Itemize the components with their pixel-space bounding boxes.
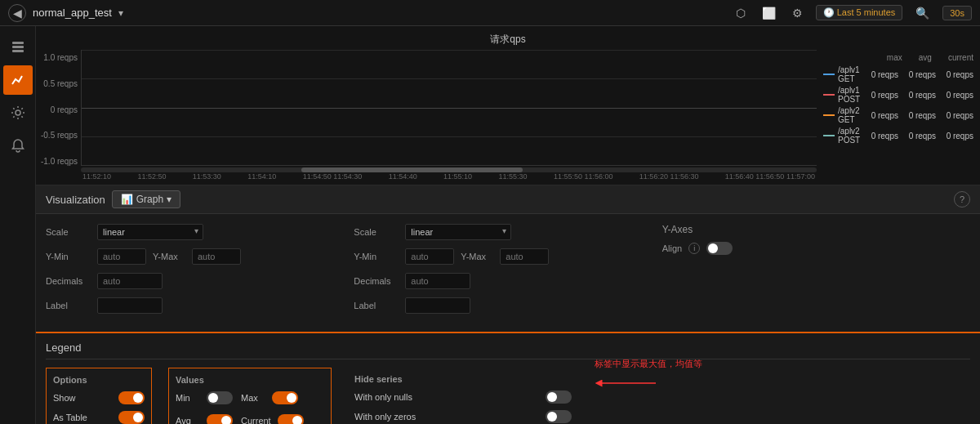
max-toggle[interactable] <box>272 391 298 404</box>
current-row: Current <box>241 414 298 424</box>
legend-row-0: /aplv1 GET 0 reqps 0 reqps 0 reqps <box>823 65 973 83</box>
left-label-label: Label <box>46 301 91 310</box>
legend-name-2: /aplv2 GET <box>838 106 866 124</box>
hide-series-col: Hide series With only nulls With only ze… <box>348 368 578 424</box>
x-label-27: 11:55:30 <box>498 172 527 181</box>
top-bar: ◀ normal_app_test ▾ ⬡ ⬜ ⚙ 🕐 Last 5 minut… <box>0 0 980 26</box>
legend-section-title: Legend <box>46 341 970 359</box>
left-ymin-label: Y-Min <box>46 252 91 261</box>
legend-header-max: max <box>887 53 902 62</box>
back-button[interactable]: ◀ <box>8 4 26 22</box>
legend-options-title: Options <box>53 375 145 385</box>
right-label-label: Label <box>354 301 399 310</box>
right-label-row: Label <box>354 297 645 314</box>
svg-rect-1 <box>12 46 24 48</box>
legend-current-0: 0 reqps <box>944 70 973 79</box>
align-info-icon[interactable]: i <box>688 243 700 254</box>
left-sidebar <box>0 26 36 424</box>
left-ymax-input[interactable] <box>192 248 241 265</box>
legend-max-2: 0 reqps <box>869 111 898 120</box>
share-icon[interactable]: ⬡ <box>733 5 749 21</box>
y-label-4: -1.0 reqps <box>41 157 78 166</box>
legend-color-2 <box>823 114 835 116</box>
viz-header: Visualization 📊 Graph ▾ ? <box>36 185 980 214</box>
legend-avg-1: 0 reqps <box>906 91 936 100</box>
app-title: normal_app_test <box>33 7 112 19</box>
help-button[interactable]: ? <box>954 191 970 208</box>
legend-vals-2: 0 reqps 0 reqps 0 reqps <box>869 111 973 120</box>
align-row: Align i <box>662 242 954 255</box>
only-nulls-toggle[interactable] <box>546 391 572 404</box>
search-icon[interactable]: 🔍 <box>912 5 933 21</box>
right-scale-row: Scale linear <box>354 224 645 240</box>
legend-annotation-wrapper: 标签中显示最大值，均值等 <box>595 368 660 424</box>
chart-title: 请求qps <box>36 33 980 47</box>
y-label-2: 0 reqps <box>51 105 78 114</box>
avg-row: Avg <box>176 414 233 424</box>
settings-icon[interactable]: ⚙ <box>789 5 806 21</box>
min-label: Min <box>176 393 200 403</box>
right-decimals-input[interactable] <box>405 273 470 289</box>
legend-current-1: 0 reqps <box>944 91 973 100</box>
x-label-29: 11:56:20 11:56:30 <box>639 172 699 181</box>
sidebar-icon-bell[interactable] <box>3 131 33 160</box>
viz-type-dropdown-arrow: ▾ <box>167 194 172 205</box>
sidebar-icon-layers[interactable] <box>3 33 33 62</box>
current-toggle[interactable] <box>278 414 304 424</box>
only-zeros-toggle[interactable] <box>546 410 572 423</box>
legend-vals-0: 0 reqps 0 reqps 0 reqps <box>869 70 973 79</box>
legend-inner: Options Show As Table To the right <box>46 368 970 424</box>
left-decimals-row: Decimals <box>46 273 337 289</box>
y-label-3: -0.5 reqps <box>41 131 78 140</box>
sidebar-icon-settings[interactable] <box>3 98 33 127</box>
legend-annotation-text: 标签中显示最大值，均值等 <box>595 358 702 370</box>
hide-series-title: Hide series <box>354 374 572 384</box>
time-range-button[interactable]: 🕐 Last 5 minutes <box>816 5 903 20</box>
values-grid: Min Max Avg <box>176 391 324 424</box>
top-bar-right: ⬡ ⬜ ⚙ 🕐 Last 5 minutes 🔍 30s <box>733 5 972 21</box>
left-ymin-input[interactable] <box>97 248 146 265</box>
legend-avg-2: 0 reqps <box>906 111 936 120</box>
sidebar-icon-chart[interactable] <box>3 65 33 95</box>
align-label: Align <box>662 243 682 253</box>
left-scale-select[interactable]: linear <box>97 224 203 240</box>
legend-max-1: 0 reqps <box>869 91 898 100</box>
panel-controls: Visualization 📊 Graph ▾ ? Scale lin <box>36 185 980 424</box>
right-scale-select[interactable]: linear <box>405 224 511 240</box>
right-ymax-input[interactable] <box>500 248 549 265</box>
current-label: Current <box>241 416 271 424</box>
chart-legend-panel: max avg current /aplv1 GET 0 reqps 0 req… <box>817 50 980 181</box>
left-label-input[interactable] <box>97 297 163 314</box>
min-toggle[interactable] <box>207 391 233 404</box>
refresh-button[interactable]: 30s <box>942 6 972 20</box>
legend-header: max avg current <box>823 53 973 62</box>
controls-grid: Scale linear Y-Min Y-Max <box>36 214 980 332</box>
chart-x-labels: 11:52:10 11:52:50 11:53:30 11:54:10 11:5… <box>81 172 817 181</box>
legend-max-0: 0 reqps <box>869 70 898 79</box>
legend-row-3: /aplv2 POST 0 reqps 0 reqps 0 reqps <box>823 127 973 145</box>
legend-name-1: /aplv1 POST <box>838 86 866 104</box>
legend-vals-3: 0 reqps 0 reqps 0 reqps <box>869 132 973 141</box>
right-ymax-label: Y-Max <box>461 252 493 261</box>
legend-current-3: 0 reqps <box>944 132 973 141</box>
right-decimals-row: Decimals <box>354 273 645 289</box>
dashboard-icon[interactable]: ⬜ <box>759 5 779 21</box>
show-row: Show <box>53 391 145 404</box>
bar-chart-icon: 📊 <box>121 194 133 205</box>
right-ymin-input[interactable] <box>405 248 454 265</box>
legend-color-1 <box>823 94 835 96</box>
as-table-toggle[interactable] <box>118 411 145 424</box>
max-row: Max <box>241 391 298 404</box>
viz-type-button[interactable]: 📊 Graph ▾ <box>112 190 180 208</box>
left-decimals-input[interactable] <box>97 273 163 289</box>
svg-point-3 <box>16 110 20 115</box>
only-nulls-label: With only nulls <box>354 392 539 402</box>
x-label-15: 11:54:10 <box>247 172 276 181</box>
legend-row-1: /aplv1 POST 0 reqps 0 reqps 0 reqps <box>823 86 973 104</box>
right-yminmax-row: Y-Min Y-Max <box>354 248 645 265</box>
right-label-input[interactable] <box>405 297 470 314</box>
align-toggle[interactable] <box>706 242 733 255</box>
show-toggle[interactable] <box>118 391 145 404</box>
avg-toggle[interactable] <box>207 414 233 424</box>
app-dropdown-arrow[interactable]: ▾ <box>118 7 123 19</box>
